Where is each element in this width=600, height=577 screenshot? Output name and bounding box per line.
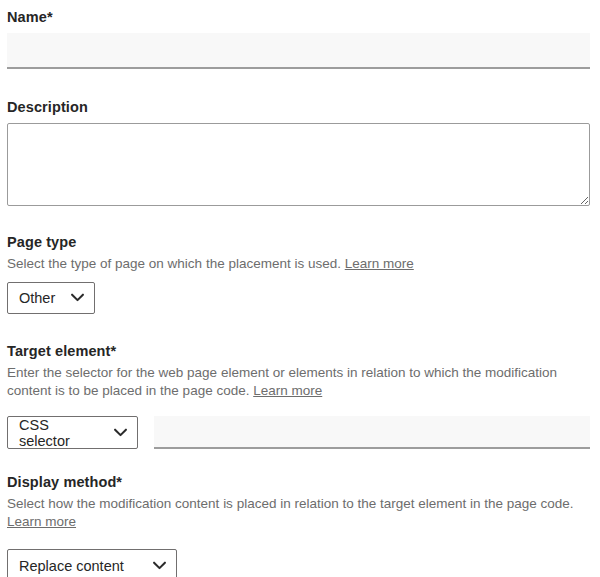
selector-type-select[interactable]: CSS selector — [7, 416, 138, 449]
page-type-select[interactable]: Other — [7, 282, 95, 314]
field-group-description: Description — [7, 98, 590, 206]
display-method-label: Display method* — [7, 473, 590, 491]
chevron-down-icon — [152, 558, 167, 573]
name-label: Name* — [7, 8, 590, 26]
field-group-name: Name* — [7, 8, 590, 69]
target-selector-input[interactable] — [154, 416, 590, 449]
page-type-help: Select the type of page on which the pla… — [7, 255, 585, 273]
display-method-learn-more-link[interactable]: Learn more — [7, 514, 76, 529]
placement-form: Name* Description Page type Select the t… — [0, 0, 600, 577]
field-group-target-element: Target element* Enter the selector for t… — [7, 342, 590, 449]
target-element-help: Enter the selector for the web page elem… — [7, 364, 585, 399]
name-input[interactable] — [7, 33, 590, 69]
page-type-label: Page type — [7, 233, 590, 251]
page-type-learn-more-link[interactable]: Learn more — [345, 256, 414, 271]
display-method-selected-value: Replace content — [19, 558, 124, 574]
description-label: Description — [7, 98, 590, 116]
display-method-help: Select how the modification content is p… — [7, 495, 585, 530]
chevron-down-icon — [70, 290, 85, 305]
description-textarea[interactable] — [7, 123, 590, 206]
chevron-down-icon — [113, 425, 128, 440]
display-method-help-text: Select how the modification content is p… — [7, 496, 574, 511]
page-type-help-text: Select the type of page on which the pla… — [7, 256, 341, 271]
page-type-selected-value: Other — [19, 290, 55, 306]
field-group-display-method: Display method* Select how the modificat… — [7, 473, 590, 577]
target-element-label: Target element* — [7, 342, 590, 360]
display-method-select[interactable]: Replace content — [7, 549, 177, 577]
name-input-wrap — [7, 33, 590, 69]
field-group-page-type: Page type Select the type of page on whi… — [7, 233, 590, 314]
target-element-row: CSS selector — [7, 416, 590, 449]
target-element-learn-more-link[interactable]: Learn more — [253, 383, 322, 398]
selector-type-selected-value: CSS selector — [19, 417, 101, 449]
